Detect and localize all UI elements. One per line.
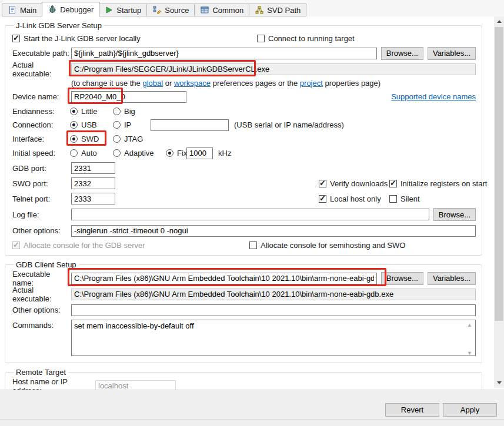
change-note: (to change it use the global or workspac… (71, 79, 380, 88)
host-name-input (95, 380, 176, 390)
tab-svd-path[interactable]: SVD Path (249, 4, 306, 16)
connection-ip-radio[interactable]: IP (113, 120, 131, 129)
server-setup-title: J-Link GDB Server Setup (14, 21, 104, 30)
checkbox-icon (319, 195, 326, 203)
radio-icon (113, 121, 121, 129)
log-file-input[interactable] (71, 209, 429, 220)
tab-svd-path-label: SVD Path (267, 6, 301, 15)
device-name-input[interactable] (71, 91, 186, 103)
swo-port-input[interactable] (71, 177, 115, 189)
client-browse-button[interactable]: Browse... (381, 272, 423, 285)
allocate-console-gdb-checkbox: Allocate console for the GDB server (12, 241, 145, 250)
radio-icon (113, 149, 121, 157)
endianness-big-radio[interactable]: Big (113, 107, 135, 116)
speed-value-input[interactable] (186, 147, 213, 159)
telnet-port-label: Telnet port: (12, 194, 71, 203)
log-file-browse-button[interactable]: Browse... (433, 208, 476, 221)
connect-running-target-checkbox[interactable]: Connect to running target (257, 34, 355, 43)
executable-path-input[interactable] (71, 48, 377, 59)
executable-path-label: Executable path: (12, 49, 71, 58)
silent-checkbox[interactable]: Silent (389, 194, 420, 203)
local-host-only-checkbox[interactable]: Local host only (319, 194, 381, 203)
radio-icon (113, 108, 121, 115)
tab-startup[interactable]: Startup (99, 4, 147, 16)
checkbox-icon (257, 35, 265, 42)
gdb-port-input[interactable] (71, 162, 115, 174)
server-browse-button[interactable]: Browse... (381, 47, 423, 60)
commands-textarea[interactable]: set mem inaccessible-by-default off (71, 320, 476, 356)
swo-port-label: SWO port: (12, 179, 71, 188)
tab-main[interactable]: Main (2, 4, 42, 16)
checkbox-icon (389, 195, 397, 203)
connection-usb-radio[interactable]: USB (70, 120, 97, 129)
interface-swd-radio[interactable]: SWD (70, 135, 99, 143)
connection-label: Connection: (12, 120, 71, 129)
client-other-options-label: Other options: (12, 306, 71, 314)
tab-bar: Main Debugger Startup Source Common SVD … (0, 0, 504, 16)
interface-label: Interface: (12, 135, 71, 143)
textarea-scroll-up-icon[interactable]: ▲ (467, 323, 472, 328)
footer-bar: Revert Apply (0, 390, 504, 426)
tab-common[interactable]: Common (195, 4, 249, 16)
revert-button[interactable]: Revert (385, 403, 439, 417)
device-name-label: Device name: (12, 92, 71, 101)
tab-debugger-label: Debugger (60, 5, 94, 14)
start-server-locally-checkbox[interactable]: Start the J-Link GDB server locally (12, 34, 141, 43)
log-file-label: Log file: (12, 210, 71, 219)
play-icon (104, 5, 114, 15)
textarea-scroll-down-icon[interactable]: ▼ (467, 351, 472, 356)
server-other-options-input[interactable] (71, 225, 476, 237)
global-link[interactable]: global (142, 79, 163, 88)
source-icon (152, 5, 162, 15)
scroll-up-icon[interactable] (494, 16, 504, 26)
table-icon (200, 5, 209, 15)
client-actual-executable-value (71, 289, 476, 300)
hierarchy-icon (255, 5, 264, 15)
checkbox-icon (12, 35, 20, 42)
checkbox-icon (249, 241, 257, 249)
radio-icon (70, 135, 78, 143)
document-icon (8, 5, 17, 15)
init-registers-checkbox[interactable]: Initialize registers on start (389, 179, 487, 188)
connection-address-input[interactable] (151, 119, 229, 131)
tab-debugger[interactable]: Debugger (42, 2, 99, 16)
actual-executable-label: Actual executable: (12, 61, 71, 78)
speed-unit-label: kHz (218, 149, 231, 157)
connect-running-target-label: Connect to running target (268, 34, 355, 43)
radio-icon (70, 108, 78, 115)
telnet-port-input[interactable] (71, 193, 115, 204)
client-executable-name-input[interactable] (71, 273, 377, 284)
server-variables-button[interactable]: Variables... (428, 47, 476, 60)
remote-target-title: Remote Target (14, 368, 68, 377)
allocate-console-semihosting-checkbox[interactable]: Allocate console for semihosting and SWO (249, 241, 405, 250)
gdb-port-label: GDB port: (12, 164, 71, 173)
tab-main-label: Main (20, 6, 36, 15)
actual-executable-value (71, 63, 476, 75)
project-link[interactable]: project (300, 79, 323, 88)
supported-device-names-link[interactable]: Supported device names (391, 92, 476, 101)
radio-icon (70, 121, 78, 129)
speed-auto-radio[interactable]: Auto (70, 149, 97, 157)
client-variables-button[interactable]: Variables... (428, 272, 476, 285)
verify-downloads-checkbox[interactable]: Verify downloads (319, 179, 388, 188)
tab-source-label: Source (165, 6, 189, 15)
speed-adaptive-radio[interactable]: Adaptive (113, 149, 154, 157)
checkbox-icon (12, 241, 20, 249)
remote-target-group: Remote Target Host name or IP address: (5, 368, 482, 390)
tab-common-label: Common (212, 6, 243, 15)
client-other-options-input[interactable] (71, 304, 476, 316)
interface-jtag-radio[interactable]: JTAG (113, 135, 143, 143)
footer-divider (0, 420, 504, 420)
vertical-scrollbar[interactable] (494, 16, 504, 388)
bug-icon (48, 5, 57, 14)
scroll-down-icon[interactable] (494, 378, 504, 388)
client-executable-name-label: Executable name: (12, 270, 71, 287)
initial-speed-label: Initial speed: (12, 149, 71, 157)
tab-source[interactable]: Source (147, 4, 195, 16)
scrollbar-thumb[interactable] (495, 27, 503, 321)
radio-icon (113, 135, 121, 143)
endianness-little-radio[interactable]: Little (70, 107, 97, 116)
apply-button[interactable]: Apply (443, 403, 497, 417)
workspace-link[interactable]: workspace (174, 79, 211, 88)
tab-startup-label: Startup (116, 6, 141, 15)
